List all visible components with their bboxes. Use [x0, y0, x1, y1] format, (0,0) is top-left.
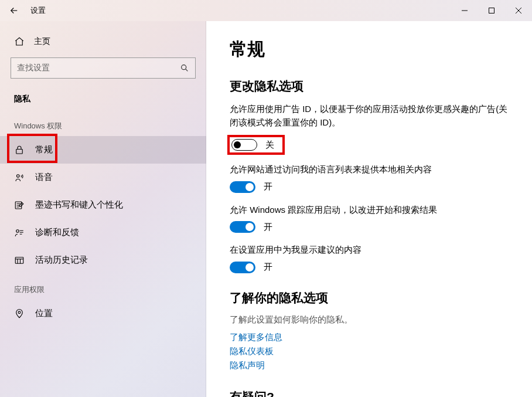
sidebar-item-location[interactable]: 位置 — [0, 300, 206, 327]
home-nav[interactable]: 主页 — [0, 30, 206, 53]
sidebar-item-diagnostics[interactable]: 诊断和反馈 — [0, 219, 206, 246]
section-title-privacy: 隐私 — [0, 88, 206, 110]
sidebar-item-general[interactable]: 常规 — [0, 136, 206, 164]
svg-rect-6 — [16, 149, 23, 154]
sidebar-item-label: 语音 — [35, 172, 53, 183]
section-header-questions: 有疑问? — [230, 389, 509, 398]
history-icon — [14, 255, 25, 266]
svg-rect-1 — [489, 8, 495, 13]
section-header-privacy-options: 更改隐私选项 — [230, 78, 509, 94]
option-app-launch-desc: 允许 Windows 跟踪应用启动，以改进开始和搜索结果 — [230, 203, 509, 217]
svg-rect-10 — [15, 257, 23, 263]
toggle-app-launch[interactable] — [230, 221, 255, 233]
sidebar-item-label: 活动历史记录 — [35, 255, 88, 266]
svg-line-5 — [186, 69, 188, 72]
link-privacy-statement[interactable]: 隐私声明 — [230, 358, 509, 372]
sidebar-item-inking[interactable]: 墨迹书写和键入个性化 — [0, 191, 206, 219]
search-input[interactable]: 查找设置 — [11, 57, 196, 79]
window-title: 设置 — [28, 5, 46, 16]
toggle-app-launch-state: 开 — [264, 222, 272, 233]
search-icon — [180, 63, 189, 73]
sidebar-item-label: 位置 — [35, 308, 53, 319]
option-ad-id-desc: 允许应用使用广告 ID，以便基于你的应用活动投放你更感兴趣的广告(关闭该模式将会… — [230, 103, 509, 129]
sidebar-item-label: 墨迹书写和键入个性化 — [35, 199, 123, 211]
toggle-suggested-content-state: 开 — [264, 262, 272, 273]
home-icon — [14, 36, 25, 47]
group-windows-permissions: Windows 权限 — [0, 110, 206, 136]
svg-point-4 — [182, 65, 186, 70]
toggle-language-list-state: 开 — [264, 181, 272, 192]
sidebar-item-speech[interactable]: 语音 — [0, 164, 206, 191]
inking-icon — [14, 200, 25, 211]
option-suggested-content-desc: 在设置应用中为我显示建议的内容 — [230, 243, 509, 257]
back-button[interactable] — [0, 5, 28, 16]
section-header-learn-privacy: 了解你的隐私选项 — [230, 290, 509, 306]
feedback-icon — [14, 228, 25, 238]
sidebar-item-label: 诊断和反馈 — [35, 227, 79, 238]
minimize-button[interactable] — [451, 0, 478, 21]
home-label: 主页 — [34, 36, 50, 47]
content-pane: 常规 更改隐私选项 允许应用使用广告 ID，以便基于你的应用活动投放你更感兴趣的… — [206, 21, 532, 397]
sidebar-item-activity-history[interactable]: 活动历史记录 — [0, 246, 206, 274]
close-button[interactable] — [505, 0, 532, 21]
svg-point-7 — [17, 174, 20, 177]
toggle-ad-id[interactable] — [231, 139, 257, 151]
sidebar: 主页 查找设置 隐私 Windows 权限 常规 语音 — [0, 21, 206, 397]
highlight-annotation-toggle: 关 — [227, 135, 285, 155]
search-placeholder: 查找设置 — [17, 63, 180, 73]
titlebar: 设置 — [0, 0, 532, 21]
lock-icon — [14, 145, 25, 155]
toggle-language-list[interactable] — [230, 181, 255, 193]
maximize-button[interactable] — [478, 0, 505, 21]
group-app-permissions: 应用权限 — [0, 274, 206, 300]
toggle-suggested-content[interactable] — [230, 262, 255, 273]
link-privacy-dashboard[interactable]: 隐私仪表板 — [230, 344, 509, 358]
learn-privacy-hint: 了解此设置如何影响你的隐私。 — [230, 314, 509, 325]
link-learn-more[interactable]: 了解更多信息 — [230, 330, 509, 344]
location-icon — [14, 308, 25, 319]
page-title: 常规 — [230, 38, 509, 62]
sidebar-item-label: 常规 — [35, 144, 53, 155]
toggle-ad-id-state: 关 — [265, 140, 274, 151]
svg-point-14 — [18, 311, 21, 313]
option-language-list-desc: 允许网站通过访问我的语言列表来提供本地相关内容 — [230, 163, 509, 177]
speech-icon — [14, 172, 25, 183]
svg-point-9 — [16, 229, 19, 232]
